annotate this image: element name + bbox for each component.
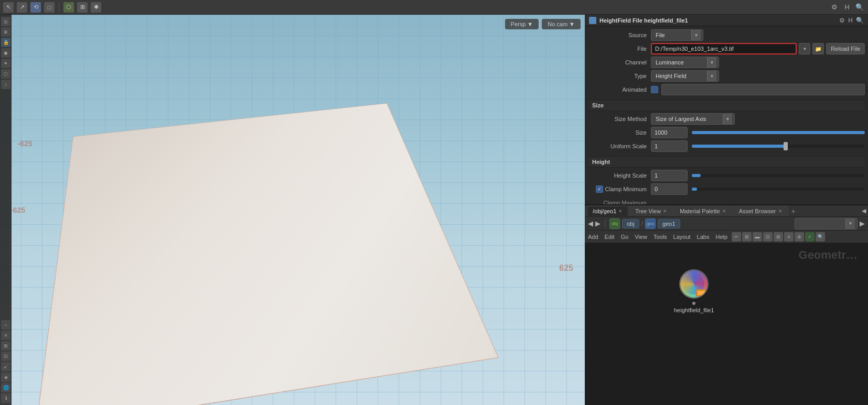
type-arrow[interactable]: ▼ [707,71,716,81]
snap-icon[interactable]: ⬡ [63,2,74,13]
scale-icon[interactable]: □ [44,2,55,13]
vp-icon-bottom7[interactable]: 🌐 [1,383,10,392]
tab-material-palette[interactable]: Material Palette ✕ [674,206,732,216]
node-path-arrow[interactable]: ▼ [845,218,855,229]
node-back-btn[interactable]: ◀ [588,220,593,227]
perspective-btn[interactable]: Persp ▼ [505,19,539,29]
source-dropdown[interactable]: File ▼ [651,29,703,41]
vp-icon-bottom6[interactable]: ◈ [1,373,10,382]
size-method-control: Size of Largest Axis ▼ [651,113,865,125]
vp-icon-4[interactable]: ◉ [1,48,10,58]
source-row: Source File ▼ [588,29,865,41]
vp-icon-bottom4[interactable]: ⊡ [1,352,10,361]
node-icon-1[interactable]: ✂ [732,232,741,242]
home-icon[interactable]: H [842,2,852,13]
settings-icon[interactable]: ⚙ [839,17,845,24]
tab-close-3[interactable]: ✕ [778,209,783,214]
reload-file-btn[interactable]: Reload File [826,43,865,54]
vp-icon-7[interactable]: ↕ [1,80,10,89]
viewport[interactable]: -625 625 -625 Persp ▼ No cam ▼ ◎ ⊕ 🔒 ◉ [0,15,585,405]
vp-icon-bottom2[interactable]: ≡ [1,331,10,340]
node-icon-3[interactable]: ▬ [753,232,762,242]
tab-obj-geo1[interactable]: /obj/geo1 ✕ [587,206,628,216]
vp-icon-bottom5[interactable]: ↙ [1,362,10,371]
rotate-icon[interactable]: ⟲ [30,2,41,13]
file-path-field[interactable]: D:/Temp/n30_e103_1arc_v3.tif [651,43,797,54]
camera-btn[interactable]: No cam ▼ [542,19,581,29]
coord-neg-x: -625 [10,206,25,214]
size-section: Size [588,100,865,111]
animated-checkbox[interactable] [651,86,658,93]
node-icon-wrap[interactable] [679,269,709,299]
node-path-obj[interactable]: obj [622,219,639,228]
type-dropdown[interactable]: Height Field ▼ [651,70,719,82]
vp-icon-bottom8[interactable]: ℹ [1,393,10,403]
node-forward-btn[interactable]: ▶ [595,220,601,227]
panel-collapse-btn[interactable]: ◀ [862,207,866,214]
node-path-geo[interactable]: geo1 [658,219,680,228]
clamp-min-slider[interactable] [692,188,865,191]
menu-add[interactable]: Add [585,233,602,241]
heightfield-node[interactable]: heightfield_file1 [674,269,714,313]
panel-search-icon[interactable]: H [848,17,853,24]
uniform-scale-slider[interactable] [692,145,865,148]
source-arrow[interactable]: ▼ [691,30,701,40]
file-row: File D:/Temp/n30_e103_1arc_v3.tif ▼ 📁 Re… [588,43,865,54]
node-icon-2[interactable]: ⊞ [742,232,752,242]
extra-icon[interactable]: ✱ [91,2,101,13]
clamp-min-checkbox[interactable]: ✓ [596,185,603,193]
vp-icon-6[interactable]: ⬡ [1,69,10,79]
uniform-slider-handle[interactable] [784,142,788,150]
vp-icon-5[interactable]: ✦ [1,59,10,68]
size-method-arrow[interactable]: ▼ [723,114,732,124]
right-title-bar: HeightField File heightfield_file1 ⚙ H 🔍 [585,15,868,26]
node-path-dropdown[interactable]: ▼ [795,218,858,229]
grid-icon[interactable]: ⊞ [77,2,88,13]
tab-add-btn[interactable]: + [789,207,798,215]
menu-go[interactable]: Go [618,233,632,241]
menu-help[interactable]: Help [712,233,731,241]
select-icon[interactable]: ↖ [3,2,14,13]
vp-icon-1[interactable]: ◎ [1,17,10,26]
node-icon-4[interactable]: ⊡ [763,232,773,242]
node-area[interactable]: Geometr… heightfield_file1 [585,243,868,405]
vp-icon-2[interactable]: ⊕ [1,27,10,37]
node-icon-8[interactable]: ✓ [805,232,815,242]
node-panel-arrow[interactable]: ▶ [860,220,865,227]
tab-asset-browser[interactable]: Asset Browser ✕ [733,206,788,216]
size-label: Size [588,129,651,136]
menu-labs[interactable]: Labs [694,233,713,241]
menu-view[interactable]: View [631,233,650,241]
tab-close-0[interactable]: ✕ [618,209,623,214]
node-icon-9[interactable]: 🔍 [816,232,825,242]
tab-tree-view[interactable]: Tree View ✕ [629,206,673,216]
clamp-min-field[interactable]: 0 [651,183,688,195]
height-scale-slider[interactable] [692,174,865,177]
size-slider[interactable] [692,131,865,134]
vp-icon-3[interactable]: 🔒 [1,38,10,47]
vp-icon-bottom3[interactable]: ⊞ [1,341,10,351]
move-icon[interactable]: ↗ [17,2,27,13]
height-scale-field[interactable]: 1 [651,170,688,181]
menu-layout[interactable]: Layout [670,233,694,241]
help-icon[interactable]: ⚙ [829,2,840,13]
tab-close-1[interactable]: ✕ [663,209,667,214]
menu-tools[interactable]: Tools [650,233,670,241]
menu-edit[interactable]: Edit [602,233,618,241]
tab-close-2[interactable]: ✕ [722,209,726,214]
uniform-scale-field[interactable]: 1 [651,140,688,152]
node-dot [692,302,695,305]
channel-dropdown[interactable]: Luminance ▼ [651,57,719,68]
node-icon-6[interactable]: ≡ [784,232,794,242]
node-icon-7[interactable]: ⊕ [795,232,804,242]
size-method-dropdown[interactable]: Size of Largest Axis ▼ [651,113,735,125]
vp-icon-bottom1[interactable]: ↔ [1,320,10,330]
search-icon[interactable]: 🔍 [854,2,865,13]
channel-arrow[interactable]: ▼ [707,57,716,68]
size-field[interactable]: 1000 [651,127,688,138]
file-browse-btn[interactable]: 📁 [812,43,824,54]
node-icon-5[interactable]: ⊞ [774,232,783,242]
panel-help-icon[interactable]: 🔍 [856,17,864,24]
file-dropdown-btn[interactable]: ▼ [799,43,810,54]
uniform-scale-label: Uniform Scale [588,143,651,149]
